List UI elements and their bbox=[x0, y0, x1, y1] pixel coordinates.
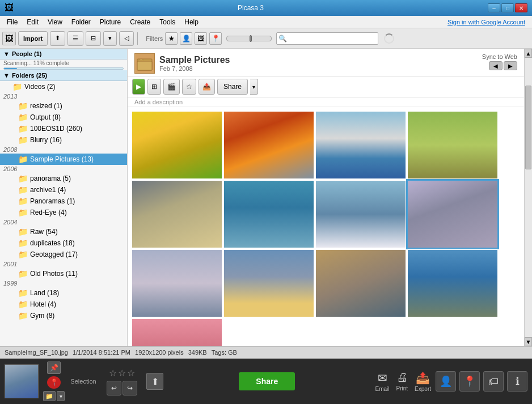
photo-thumb-7[interactable] bbox=[316, 181, 406, 248]
folder-old-photos[interactable]: 📁 Old Photos (11) bbox=[0, 268, 127, 279]
photo-thumb-9[interactable] bbox=[132, 250, 222, 317]
star-3[interactable]: ☆ bbox=[127, 368, 135, 379]
search-input[interactable] bbox=[276, 32, 378, 45]
undo-button[interactable]: ↩ bbox=[107, 381, 121, 396]
sync-right-btn[interactable]: ▶ bbox=[504, 61, 517, 70]
people-section-header[interactable]: ▼ People (1) bbox=[0, 49, 127, 59]
folder-name: Hotel (4) bbox=[30, 300, 56, 308]
menu-picture[interactable]: Picture bbox=[95, 17, 125, 27]
menu-edit[interactable]: Edit bbox=[22, 17, 43, 27]
folder-archive1[interactable]: 📁 archive1 (4) bbox=[0, 184, 127, 195]
grid-view-button[interactable]: ⊟ bbox=[86, 31, 101, 46]
export-button[interactable]: 📤 Export bbox=[415, 371, 431, 392]
menu-view[interactable]: View bbox=[43, 17, 67, 27]
selected-thumbnail[interactable] bbox=[5, 364, 39, 398]
folder-output[interactable]: 📁 Output (8) bbox=[0, 112, 127, 123]
scroll-track[interactable] bbox=[525, 58, 532, 337]
location-btn[interactable]: 📍 bbox=[459, 371, 480, 392]
maximize-button[interactable]: □ bbox=[501, 3, 514, 12]
folder-duplicates[interactable]: 📁 duplicates (18) bbox=[0, 237, 127, 249]
redo-button[interactable]: ↪ bbox=[123, 381, 137, 396]
photo-thumb-8[interactable] bbox=[408, 181, 497, 248]
minimize-button[interactable]: – bbox=[488, 3, 500, 12]
menu-folder[interactable]: Folder bbox=[67, 17, 95, 27]
spinner bbox=[383, 32, 395, 45]
content-scrollbar[interactable]: ▲ ▼ bbox=[524, 49, 532, 346]
star-1[interactable]: ☆ bbox=[109, 368, 117, 379]
status-size: 349KB bbox=[188, 349, 207, 356]
slideshow-button[interactable]: ▶ bbox=[132, 79, 145, 95]
filter-geo-btn[interactable]: 📍 bbox=[209, 32, 222, 45]
export-button[interactable]: 📤 bbox=[199, 79, 215, 95]
back-button[interactable]: ◁ bbox=[119, 31, 134, 46]
photo-thumb-11[interactable] bbox=[316, 250, 406, 317]
share-big-button[interactable]: Share bbox=[239, 372, 295, 390]
menu-create[interactable]: Create bbox=[125, 17, 155, 27]
people-detect-btn[interactable]: 👤 bbox=[436, 371, 456, 392]
star-button[interactable]: ☆ bbox=[182, 79, 196, 95]
tag-btn[interactable]: 🏷 bbox=[483, 371, 504, 392]
folder-raw[interactable]: 📁 Raw (54) bbox=[0, 226, 127, 237]
folder-gym[interactable]: 📁 Gym (8) bbox=[0, 310, 127, 321]
folder-blurry[interactable]: 📁 Blurry (16) bbox=[0, 134, 127, 146]
photo-thumb-10[interactable] bbox=[224, 250, 314, 317]
geo-pin-btn[interactable]: 📍 bbox=[47, 376, 61, 389]
folder-geotagged[interactable]: 📁 Geotagged (17) bbox=[0, 249, 127, 260]
folder-hotel[interactable]: 📁 Hotel (4) bbox=[0, 299, 127, 310]
signin-link[interactable]: Sign in with Google Account bbox=[447, 19, 530, 25]
close-button[interactable]: ✕ bbox=[515, 3, 527, 12]
photo-thumb-2[interactable] bbox=[224, 112, 314, 178]
movie-button[interactable]: 🎬 bbox=[163, 79, 180, 95]
folder-panoramas[interactable]: 📁 Panoramas (1) bbox=[0, 195, 127, 207]
star-2[interactable]: ☆ bbox=[118, 368, 126, 379]
folder-100eos1d[interactable]: 📁 100EOS1D (260) bbox=[0, 123, 127, 134]
menu-tools[interactable]: Tools bbox=[155, 17, 180, 27]
photo-thumb-5[interactable] bbox=[132, 181, 222, 248]
grid-icon: ⊟ bbox=[91, 35, 96, 42]
share-button[interactable]: Share bbox=[217, 79, 248, 95]
photo-thumb-1[interactable] bbox=[132, 112, 222, 178]
pin-icon-btn[interactable]: 📌 bbox=[47, 362, 61, 374]
scroll-thumb[interactable] bbox=[525, 86, 531, 169]
folder-btn[interactable]: 📁 bbox=[43, 391, 56, 401]
photo-thumb-3[interactable] bbox=[316, 112, 406, 178]
share-dropdown-button[interactable]: ▾ bbox=[250, 79, 258, 95]
info-btn[interactable]: ℹ bbox=[507, 371, 527, 392]
export-label: Export bbox=[415, 386, 431, 392]
folder-resized[interactable]: 📁 resized (1) bbox=[0, 100, 127, 112]
folders-section-header[interactable]: ▼ Folders (25) bbox=[0, 70, 127, 81]
picasa-logo-btn[interactable]: 🖼 bbox=[2, 32, 16, 45]
star-rating[interactable]: ☆ ☆ ☆ bbox=[109, 368, 135, 379]
folder-dropdown-btn[interactable]: ▾ bbox=[57, 391, 65, 401]
scroll-up-arrow[interactable]: ▲ bbox=[525, 49, 532, 58]
print-button[interactable]: 🖨 Print bbox=[396, 371, 408, 392]
filter-image-btn[interactable]: 🖼 bbox=[195, 32, 207, 45]
upload-to-web-btn[interactable]: ⬆ bbox=[146, 373, 163, 390]
menu-file[interactable]: File bbox=[2, 17, 22, 27]
sync-left-btn[interactable]: ◀ bbox=[489, 61, 503, 70]
collage-button[interactable]: ⊞ bbox=[147, 79, 161, 95]
scroll-down-arrow[interactable]: ▼ bbox=[525, 337, 532, 346]
folder-sample-pictures[interactable]: 📁 Sample Pictures (13) bbox=[0, 154, 127, 165]
filter-star-btn[interactable]: ★ bbox=[165, 32, 178, 45]
folder-land[interactable]: 📁 Land (18) bbox=[0, 287, 127, 299]
upload-button[interactable]: ⬆ bbox=[50, 31, 65, 46]
folder-red-eye[interactable]: 📁 Red-Eye (4) bbox=[0, 207, 127, 218]
folder-name: archive1 (4) bbox=[30, 186, 66, 194]
filter-dropdown-btn[interactable]: ▾ bbox=[103, 31, 117, 46]
folder-panorama[interactable]: 📁 panorama (5) bbox=[0, 173, 127, 184]
filter-person-btn[interactable]: 👤 bbox=[180, 32, 192, 45]
year-2006: 2006 bbox=[0, 165, 127, 173]
filter-slider[interactable] bbox=[226, 36, 272, 41]
photo-thumb-6[interactable] bbox=[224, 181, 314, 248]
folder-name: 100EOS1D (260) bbox=[30, 125, 82, 133]
menu-help[interactable]: Help bbox=[180, 17, 203, 27]
email-button[interactable]: ✉ Email bbox=[375, 371, 390, 392]
folder-icon: 📁 bbox=[18, 227, 28, 236]
photo-thumb-13[interactable] bbox=[132, 319, 222, 346]
list-view-button[interactable]: ☰ bbox=[67, 31, 83, 46]
photo-thumb-12[interactable] bbox=[408, 250, 497, 317]
import-button[interactable]: Import bbox=[18, 31, 48, 46]
folder-videos[interactable]: 📁 Videos (2) bbox=[0, 81, 127, 92]
photo-thumb-4[interactable] bbox=[408, 112, 497, 178]
